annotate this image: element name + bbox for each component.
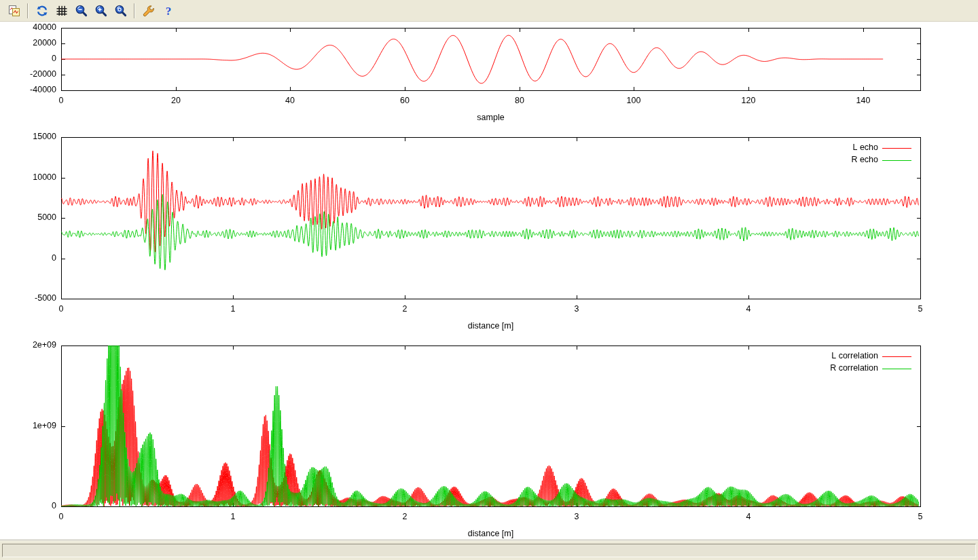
toolbar: ? <box>0 0 978 22</box>
status-bar <box>0 540 978 560</box>
toolbar-separator <box>27 3 29 18</box>
help-icon: ? <box>162 4 175 18</box>
copy-icon <box>7 4 21 18</box>
grid-icon <box>55 4 69 18</box>
svg-text:?: ? <box>165 5 171 18</box>
help-button[interactable]: ? <box>159 2 177 20</box>
status-text <box>2 544 976 557</box>
zoom-next-button[interactable] <box>92 2 110 20</box>
zoom-next-icon <box>94 4 108 18</box>
toolbar-separator <box>134 3 135 18</box>
gnuplot-window: ? <box>0 0 978 560</box>
zoom-reset-button[interactable] <box>111 2 130 20</box>
replot-button[interactable] <box>33 2 51 20</box>
copy-plot-button[interactable] <box>5 2 23 20</box>
settings-button[interactable] <box>139 2 158 20</box>
wrench-icon <box>142 4 156 18</box>
zoom-previous-button[interactable] <box>72 2 90 20</box>
zoom-reset-icon <box>114 4 128 18</box>
refresh-icon <box>35 4 49 18</box>
zoom-prev-icon <box>75 4 88 18</box>
toggle-grid-button[interactable] <box>52 2 71 20</box>
plot-canvas[interactable] <box>0 22 978 540</box>
